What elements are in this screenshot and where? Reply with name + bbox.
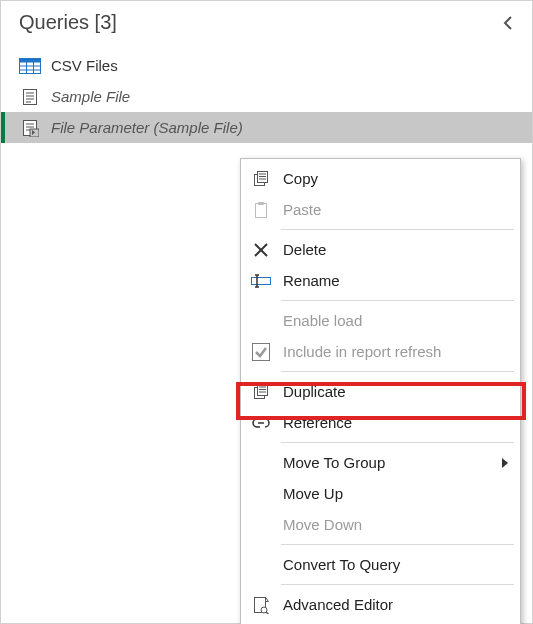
menu-label: Rename <box>283 272 510 289</box>
menu-reference[interactable]: Reference <box>241 407 520 438</box>
menu-copy[interactable]: Copy <box>241 163 520 194</box>
menu-rename[interactable]: Rename <box>241 265 520 296</box>
doc-icon <box>19 88 41 106</box>
menu-include-refresh: Include in report refresh <box>241 336 520 367</box>
menu-move-to-group[interactable]: Move To Group <box>241 447 520 478</box>
table-icon <box>19 57 41 75</box>
svg-rect-15 <box>30 129 39 137</box>
menu-label: Reference <box>283 414 510 431</box>
menu-separator <box>281 300 514 301</box>
menu-label: Duplicate <box>283 383 510 400</box>
svg-marker-36 <box>266 597 269 601</box>
panel-header: Queries [3] <box>1 1 532 50</box>
menu-label: Move To Group <box>283 454 494 471</box>
advanced-editor-icon <box>247 594 275 616</box>
menu-separator <box>281 442 514 443</box>
query-item-csv-files[interactable]: CSV Files <box>1 50 532 81</box>
menu-move-up[interactable]: Move Up <box>241 478 520 509</box>
query-label: CSV Files <box>51 57 118 74</box>
menu-move-down: Move Down <box>241 509 520 540</box>
collapse-panel-button[interactable] <box>500 14 518 32</box>
menu-separator <box>281 229 514 230</box>
paste-icon <box>247 199 275 221</box>
svg-line-38 <box>266 612 269 614</box>
svg-rect-21 <box>256 203 267 217</box>
checked-icon <box>247 341 275 363</box>
query-label: File Parameter (Sample File) <box>51 119 243 136</box>
menu-label: Include in report refresh <box>283 343 510 360</box>
param-icon <box>19 119 41 137</box>
rename-icon <box>247 270 275 292</box>
duplicate-icon <box>247 381 275 403</box>
menu-label: Move Down <box>283 516 510 533</box>
menu-manage[interactable]: Manage... <box>241 620 520 624</box>
menu-separator <box>281 544 514 545</box>
menu-duplicate[interactable]: Duplicate <box>241 376 520 407</box>
context-menu: Copy Paste Delete <box>240 158 521 624</box>
menu-separator <box>281 371 514 372</box>
submenu-arrow-icon <box>502 458 508 468</box>
menu-separator <box>281 584 514 585</box>
delete-icon <box>247 239 275 261</box>
menu-convert-to-query[interactable]: Convert To Query <box>241 549 520 580</box>
panel-title: Queries [3] <box>19 11 117 34</box>
menu-label: Copy <box>283 170 510 187</box>
menu-label: Delete <box>283 241 510 258</box>
menu-paste: Paste <box>241 194 520 225</box>
svg-rect-25 <box>252 277 271 284</box>
menu-label: Convert To Query <box>283 556 510 573</box>
query-list: CSV Files Sample File <box>1 50 532 143</box>
menu-enable-load: Enable load <box>241 305 520 336</box>
menu-label: Paste <box>283 201 510 218</box>
query-label: Sample File <box>51 88 130 105</box>
menu-delete[interactable]: Delete <box>241 234 520 265</box>
menu-label: Advanced Editor <box>283 596 510 613</box>
reference-icon <box>247 412 275 434</box>
menu-advanced-editor[interactable]: Advanced Editor <box>241 589 520 620</box>
queries-panel: Queries [3] CSV Files <box>0 0 533 624</box>
chevron-left-icon <box>503 16 515 30</box>
menu-label: Enable load <box>283 312 510 329</box>
svg-rect-1 <box>20 58 41 62</box>
svg-rect-22 <box>258 202 264 205</box>
query-item-file-parameter[interactable]: File Parameter (Sample File) <box>1 112 532 143</box>
copy-icon <box>247 168 275 190</box>
menu-label: Move Up <box>283 485 510 502</box>
query-item-sample-file[interactable]: Sample File <box>1 81 532 112</box>
